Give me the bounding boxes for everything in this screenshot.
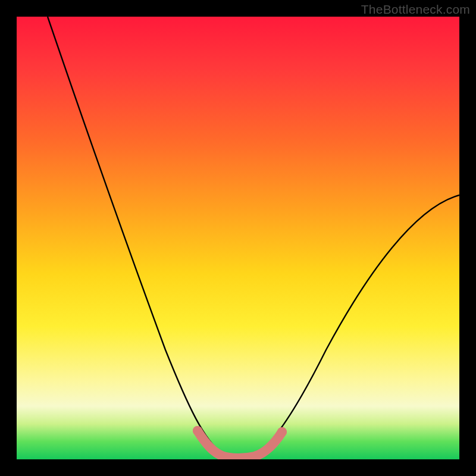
chart-svg <box>17 17 459 459</box>
highlight-dot-left <box>193 426 202 436</box>
flat-bottom-highlight <box>198 431 282 458</box>
watermark-text: TheBottleneck.com <box>361 2 470 17</box>
bottleneck-curve <box>48 17 459 458</box>
chart-frame: TheBottleneck.com <box>0 0 476 476</box>
plot-area <box>17 17 459 459</box>
highlight-dot-right <box>277 427 287 437</box>
